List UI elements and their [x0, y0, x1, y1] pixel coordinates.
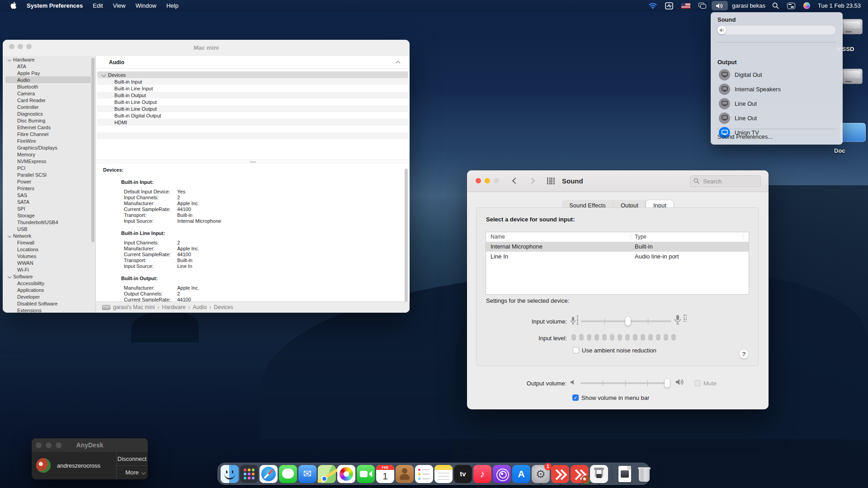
- show-volume-checkbox[interactable]: ✓: [572, 394, 579, 401]
- input-volume-thumb[interactable]: [625, 317, 631, 326]
- sidebar-item-pci[interactable]: PCI: [3, 164, 95, 171]
- sidebar-section-software[interactable]: Software: [3, 273, 95, 280]
- device-row[interactable]: Built-in Line Input: [97, 85, 408, 92]
- dock-icon-calendar[interactable]: FEB1: [376, 465, 394, 483]
- dock-icon-podcasts[interactable]: [493, 465, 511, 483]
- forward-button[interactable]: [528, 177, 535, 184]
- sidebar-item-accessibility[interactable]: Accessibility: [3, 280, 95, 286]
- sidebar-item-printers[interactable]: Printers: [3, 185, 95, 192]
- table-row[interactable]: Internal MicrophoneBuilt-in: [486, 242, 749, 252]
- dock-icon-anydesk-session[interactable]: [571, 465, 589, 483]
- sound-output-device[interactable]: Line Out: [711, 96, 843, 111]
- device-row[interactable]: Built-in Digital Output: [97, 112, 408, 119]
- sidebar-item-developer[interactable]: Developer: [3, 293, 95, 300]
- sidebar-item-wwan[interactable]: WWAN: [3, 259, 95, 266]
- sidebar-item-usb[interactable]: USB: [3, 225, 95, 232]
- dock-icon-system-preferences[interactable]: ⚙1: [532, 465, 550, 483]
- device-row[interactable]: Built-in Line Output: [97, 99, 408, 105]
- table-row[interactable]: Line InAudio line-in port: [486, 252, 749, 262]
- collapse-chevron-icon[interactable]: [396, 61, 401, 66]
- search-field[interactable]: [690, 175, 761, 187]
- menu-window[interactable]: Window: [131, 2, 161, 9]
- search-input[interactable]: [702, 176, 758, 187]
- breadcrumb-item[interactable]: Devices: [214, 304, 233, 310]
- dock-icon-photos[interactable]: [337, 465, 355, 483]
- device-row[interactable]: HDMI: [97, 119, 408, 126]
- sidebar-item-ata[interactable]: ATA: [3, 63, 95, 70]
- breadcrumb-item[interactable]: garasi's Mac mini: [113, 304, 155, 310]
- desktop-doc-stack-icon[interactable]: [840, 123, 866, 142]
- wifi-icon[interactable]: [645, 0, 661, 11]
- devices-tree-header[interactable]: Devices: [97, 71, 408, 78]
- fast-user-switching-label[interactable]: garasi bekas: [729, 2, 768, 9]
- sidebar-item-power[interactable]: Power: [3, 178, 95, 185]
- audio-section-header[interactable]: Audio: [96, 56, 410, 69]
- sidebar-item-apple-pay[interactable]: Apple Pay: [3, 70, 95, 76]
- sidebar-item-disabled-software[interactable]: Disabled Software: [3, 300, 95, 307]
- stats-monitor-icon[interactable]: [661, 0, 677, 11]
- sidebar-item-diagnostics[interactable]: Diagnostics: [3, 110, 95, 117]
- sidebar-scrollbar[interactable]: [91, 58, 94, 242]
- output-volume-slider[interactable]: [580, 382, 670, 384]
- desktop-drive-icon-2[interactable]: [842, 69, 863, 84]
- keyboard-layout-flag-icon[interactable]: [677, 0, 694, 11]
- app-menu-title[interactable]: System Preferences: [22, 2, 88, 9]
- column-name[interactable]: Name: [491, 234, 505, 240]
- dock-icon-notes[interactable]: [434, 465, 453, 483]
- sidebar-item-volumes[interactable]: Volumes: [3, 253, 95, 259]
- dock-icon-apple-tv[interactable]: tv: [454, 465, 472, 483]
- sound-output-device[interactable]: Line Out: [711, 111, 843, 125]
- device-row[interactable]: Built-in Output: [97, 92, 408, 99]
- close-button[interactable]: [476, 178, 481, 183]
- sidebar-item-memory[interactable]: Memory: [3, 151, 95, 158]
- anydesk-titlebar[interactable]: AnyDesk: [32, 438, 148, 452]
- menu-help[interactable]: Help: [161, 2, 184, 9]
- sidebar-item-nvmexpress[interactable]: NVMExpress: [3, 158, 95, 164]
- show-all-grid-icon[interactable]: [547, 178, 555, 184]
- table-header[interactable]: Name Type: [486, 232, 749, 242]
- sidebar-item-wi-fi[interactable]: Wi-Fi: [3, 266, 95, 273]
- sidebar-item-bluetooth[interactable]: Bluetooth: [3, 83, 95, 90]
- sound-preferences-menu-item[interactable]: Sound Preferences...: [717, 133, 773, 140]
- sidebar-item-firewire[interactable]: FireWire: [3, 137, 95, 144]
- more-button[interactable]: More: [116, 469, 148, 476]
- sidebar-item-fibre-channel[interactable]: Fibre Channel: [3, 131, 95, 137]
- menu-bar-clock[interactable]: Tue 1 Feb 23.53: [814, 2, 868, 9]
- dock-icon-launchpad[interactable]: [240, 465, 258, 483]
- sidebar-item-controller[interactable]: Controller: [3, 103, 95, 110]
- sidebar-item-sas[interactable]: SAS: [3, 192, 95, 198]
- sidebar-item-sata[interactable]: SATA: [3, 198, 95, 205]
- sidebar-item-parallel-scsi[interactable]: Parallel SCSI: [3, 171, 95, 178]
- sidebar-item-ethernet-cards[interactable]: Ethernet Cards: [3, 124, 95, 131]
- sound-output-device[interactable]: Digital Out: [711, 67, 843, 82]
- ambient-noise-checkbox[interactable]: [573, 347, 579, 353]
- dock-icon-contacts[interactable]: [396, 465, 414, 483]
- menu-volume-slider[interactable]: [717, 25, 836, 35]
- sound-titlebar[interactable]: Sound: [467, 170, 769, 192]
- dock-icon-maps[interactable]: [318, 465, 336, 483]
- sidebar-item-spi[interactable]: SPI: [3, 205, 95, 212]
- displays-icon[interactable]: [694, 0, 710, 11]
- dock-icon-facetime[interactable]: [357, 465, 375, 483]
- dock-icon-document[interactable]: [616, 465, 634, 483]
- sound-output-device[interactable]: Internal Speakers: [711, 82, 843, 96]
- dock-icon-archive-utility[interactable]: [590, 465, 608, 483]
- device-row[interactable]: [97, 126, 408, 132]
- sidebar-item-thunderbolt-usb4[interactable]: Thunderbolt/USB4: [3, 219, 95, 225]
- minimize-button[interactable]: [485, 178, 490, 183]
- output-volume-thumb[interactable]: [665, 379, 670, 388]
- sidebar-item-audio[interactable]: Audio: [3, 76, 95, 83]
- dock-icon-reminders[interactable]: [415, 465, 433, 483]
- dock-icon-safari[interactable]: [259, 465, 278, 483]
- dock-icon-music[interactable]: ♪: [473, 465, 491, 483]
- desktop-doc-label[interactable]: Doc: [834, 147, 845, 154]
- spotlight-search-icon[interactable]: [768, 0, 783, 11]
- device-row[interactable]: Built-in Input: [97, 78, 408, 85]
- menu-view[interactable]: View: [108, 2, 131, 9]
- sidebar-item-camera[interactable]: Camera: [3, 90, 95, 97]
- sidebar-item-locations[interactable]: Locations: [3, 246, 95, 253]
- zoom-button[interactable]: [494, 178, 499, 183]
- sidebar-item-extensions[interactable]: Extensions: [3, 307, 95, 313]
- dock-icon-mail[interactable]: ✉: [298, 465, 316, 483]
- back-button[interactable]: [512, 177, 519, 184]
